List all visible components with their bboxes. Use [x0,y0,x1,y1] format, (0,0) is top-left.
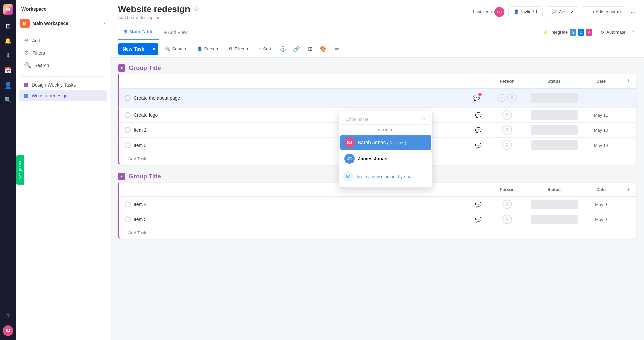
see-plans-tab[interactable]: See plans [16,155,24,185]
row-checkbox[interactable] [125,142,131,148]
row-person-cell[interactable]: + [487,91,527,105]
dropdown-person-sarah[interactable]: SJ Sarah Jonas (Designer) [340,135,431,150]
board-description[interactable]: Add board description [118,15,199,20]
row-person-cell[interactable] [487,123,527,137]
add-to-board-button[interactable]: + + Add to board [582,6,627,17]
person-button[interactable]: 👤 Person [193,44,222,53]
automate-button[interactable]: ⚙ Automate [596,27,629,37]
col-header-name [119,186,487,193]
notification-badge: 1 [478,92,482,97]
new-task-button[interactable]: New Task ▾ [118,43,158,55]
paint-icon-btn[interactable]: 🎨 [318,44,329,54]
download-icon[interactable]: ⬇ [2,50,14,62]
person-avatar-empty[interactable] [502,110,512,120]
row-checkbox[interactable] [125,127,131,133]
search-button[interactable]: 🔍 Search [161,44,190,53]
row-extra [621,216,636,223]
filter-button[interactable]: ⚙ Filter ▾ [225,44,252,53]
link-icon-btn[interactable]: ⚓ [278,44,288,54]
workspace-selector[interactable]: M Main workspace ▾ [16,15,110,32]
activity-button[interactable]: 📈 Activity [547,6,578,17]
person-search-input[interactable] [346,117,419,122]
bell-icon[interactable]: 🔔 [2,35,14,47]
person-avatar-empty[interactable] [502,215,512,224]
row-name-cell: Create the about page 💬 1 [119,89,487,107]
tab-add-view[interactable]: + Add View [159,30,193,35]
person-avatar-empty[interactable] [507,93,517,103]
col-header-person: Person [487,75,527,87]
person-avatar-empty[interactable] [502,200,512,209]
search-icon[interactable]: 🔍 [2,94,14,106]
row-person-cell[interactable] [487,108,527,122]
dropdown-person-james[interactable]: JJ James Jonas [340,151,431,166]
row-date-cell: May 9 [581,199,621,210]
group-1-table-header: Person Status Date + [118,74,636,89]
integrate-button[interactable]: ⚡ Integrate G D A [539,27,596,38]
group-1-title[interactable]: Group Title [129,65,161,72]
add-task-button-2[interactable]: + Add Task [125,230,146,235]
row-person-cell[interactable] [487,197,527,212]
sidebar-item-filters[interactable]: ⚙ Filters [19,47,107,59]
group-2-collapse-btn[interactable]: ▾ [118,173,125,180]
person-avatar-empty[interactable] [502,125,512,135]
tab-main-table[interactable]: ⊞ Main Table [118,24,159,40]
row-checkbox[interactable] [125,216,131,222]
workspace-dots[interactable]: ··· [99,5,104,12]
person-avatar-empty[interactable] [502,140,512,150]
group-2-title[interactable]: Group Title [129,173,161,180]
row-checkbox[interactable] [125,112,131,118]
row-checkbox[interactable] [125,201,131,207]
app-logo[interactable]: M [3,4,13,15]
new-task-caret-icon[interactable]: ▾ [149,43,158,55]
row-status-cell[interactable] [527,212,581,227]
user-avatar[interactable]: SJ [3,325,13,336]
row-status-cell[interactable] [527,91,581,105]
row-status-cell[interactable] [527,108,581,122]
sort-button[interactable]: ↕ Sort [255,44,275,53]
sidebar-item-website-redesign[interactable]: Website redesign [19,90,107,101]
chat-icon[interactable]: 💬 [475,142,482,149]
group-1-collapse-btn[interactable]: ▾ [118,64,125,72]
add-person-icon[interactable]: + [498,94,506,102]
board-title-area: Website redesign ☆ Add board description [118,4,199,20]
chat-icon[interactable]: 💬 [475,127,482,133]
sidebar-item-design-weekly[interactable]: Design Weekly Tasks [19,79,107,90]
add-column-icon[interactable]: + [627,186,631,193]
invite-button[interactable]: 👤 Invite / 1 [508,6,542,17]
invite-by-email-button[interactable]: ✉ Invite a new member by email [339,168,432,185]
col-header-person: Person [487,184,527,195]
row-status-cell[interactable] [527,123,581,137]
row-person-cell[interactable] [487,138,527,153]
status-value [531,200,578,209]
row-person-cell[interactable] [487,212,527,227]
user-icon[interactable]: 👤 [2,79,14,91]
favorite-star-icon[interactable]: ☆ [194,5,199,13]
table-row: Item 4 💬 May 9 [118,197,636,212]
header-more-options-icon[interactable]: ··· [630,8,636,16]
calendar-icon[interactable]: 📅 [2,64,14,76]
help-icon[interactable]: ? [2,310,14,323]
sidebar-item-add[interactable]: ⊕ Add [19,35,107,46]
chat-icon[interactable]: 💬 [475,216,482,223]
sidebar-item-search[interactable]: 🔍 Search [19,59,107,71]
row-status-cell[interactable] [527,197,581,212]
chat-notification[interactable]: 💬 1 [471,93,482,103]
activity-label: Activity [559,9,573,14]
sort-btn-label: Sort [263,46,271,51]
svg-point-4 [506,203,508,204]
add-column-icon[interactable]: + [627,78,631,84]
chain-icon-btn[interactable]: 🔗 [291,44,302,54]
person-dropdown: ⟳ People SJ Sarah Jonas (Designer) JJ Ja… [339,111,433,188]
row-checkbox[interactable] [125,95,131,101]
table-row: Item 5 💬 May 9 [118,212,636,227]
search-label: Search [34,63,49,68]
columns-icon-btn[interactable]: ⊞ [305,44,315,54]
chat-icon[interactable]: 💬 [475,112,482,118]
grid-icon[interactable]: ⊞ [2,20,14,32]
new-task-label[interactable]: New Task [118,43,149,55]
chat-icon[interactable]: 💬 [475,201,482,208]
collapse-icon[interactable]: ⌃ [629,28,636,36]
edit-icon-btn[interactable]: ✏ [331,44,342,54]
row-status-cell[interactable] [527,138,581,153]
add-task-button[interactable]: + Add Task [125,156,146,161]
